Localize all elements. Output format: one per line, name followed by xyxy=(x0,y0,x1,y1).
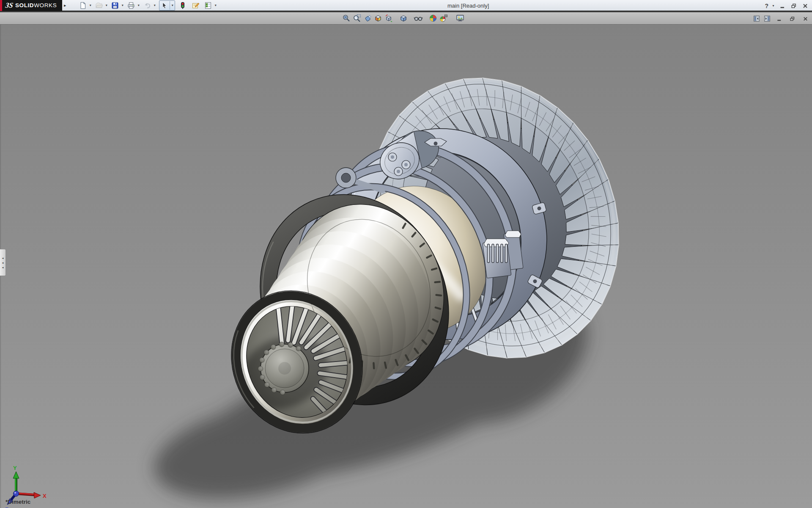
view-orientation-label: *Dimetric xyxy=(5,499,30,505)
select-tool-group: ▾ xyxy=(159,0,175,11)
zoom-to-fit-button[interactable] xyxy=(341,13,351,23)
view-settings-button[interactable] xyxy=(455,13,465,23)
collapse-arrow-icon: ◂ xyxy=(2,257,4,260)
comment-note-icon xyxy=(192,2,200,9)
open-caret[interactable]: ▾ xyxy=(104,3,109,7)
print-caret[interactable]: ▾ xyxy=(136,3,141,7)
design-checker-button[interactable] xyxy=(203,1,213,10)
document-title: main [Read-only] xyxy=(447,3,489,9)
minimize-icon xyxy=(776,16,782,22)
previous-view-button[interactable] xyxy=(362,13,373,23)
logo-mark: 3S xyxy=(5,1,14,10)
featuremanager-flyout-tab[interactable]: ◂ ◂ ◂ xyxy=(0,249,6,276)
viewbar-right-controls xyxy=(753,14,810,24)
previous-view-icon xyxy=(363,14,372,22)
save-caret[interactable]: ▾ xyxy=(120,3,125,7)
comment-button[interactable] xyxy=(190,1,200,10)
close-button[interactable] xyxy=(801,2,810,10)
undo-button[interactable] xyxy=(142,1,152,10)
new-document-button[interactable] xyxy=(78,1,88,10)
hide-show-items-button[interactable] xyxy=(413,13,423,23)
solidworks-window: 3S SOLIDWORKS ▸ ▾ ▾ xyxy=(0,0,812,508)
titlebar: 3S SOLIDWORKS ▸ ▾ ▾ xyxy=(0,0,812,11)
traffic-light-icon xyxy=(179,2,187,9)
eyeglasses-icon xyxy=(414,14,423,22)
svg-text:Z: Z xyxy=(5,506,8,508)
toolbar-separator xyxy=(409,13,413,23)
apply-scene-button[interactable] xyxy=(438,13,449,23)
design-checker-caret[interactable]: ▾ xyxy=(213,3,218,7)
view-tools-group xyxy=(341,13,465,23)
view-settings-icon xyxy=(456,14,464,22)
zoom-to-area-button[interactable] xyxy=(351,13,362,23)
zoom-to-area-icon xyxy=(353,14,361,22)
collapse-right-pane-button[interactable] xyxy=(764,14,771,24)
menu-flyout-arrow-icon[interactable]: ▸ xyxy=(64,3,66,8)
new-document-icon xyxy=(79,2,87,9)
edit-appearance-button[interactable] xyxy=(428,13,438,23)
apply-scene-icon xyxy=(439,14,448,22)
new-document-caret[interactable]: ▾ xyxy=(88,3,93,7)
minimize-icon xyxy=(779,3,785,9)
titlebar-right-controls: ? ▾ xyxy=(764,0,810,11)
collapse-arrow-icon: ◂ xyxy=(2,266,4,269)
select-caret-box[interactable]: ▾ xyxy=(170,1,175,10)
select-button[interactable] xyxy=(159,1,170,10)
zoom-to-fit-icon xyxy=(342,14,351,22)
close-icon xyxy=(803,16,808,22)
display-style-icon xyxy=(399,14,408,22)
standard-toolbar: ▾ ▾ xyxy=(78,0,219,11)
open-button[interactable] xyxy=(94,1,104,10)
print-icon xyxy=(127,2,135,9)
triad-y-axis: Y xyxy=(13,465,19,494)
close-icon xyxy=(802,3,808,9)
section-view-icon xyxy=(374,14,382,22)
toolbar-separator xyxy=(394,13,398,23)
restore-icon xyxy=(791,3,797,9)
view-orientation-button[interactable] xyxy=(383,13,394,23)
panel-toggle-left-icon xyxy=(754,16,760,22)
checklist-icon xyxy=(204,2,212,9)
help-caret[interactable]: ▾ xyxy=(771,4,776,8)
toolbar-separator xyxy=(449,13,455,23)
logo-red-stripe xyxy=(0,0,2,11)
restore-button[interactable] xyxy=(789,2,798,10)
document-minimize-button[interactable] xyxy=(774,14,784,23)
print-button[interactable] xyxy=(126,1,136,10)
document-restore-button[interactable] xyxy=(787,14,797,23)
save-button[interactable] xyxy=(110,1,120,10)
triad-x-axis: X xyxy=(16,492,47,499)
collapse-arrow-icon: ◂ xyxy=(2,261,4,264)
save-icon xyxy=(111,2,119,9)
display-states-button[interactable] xyxy=(178,1,188,10)
restore-icon xyxy=(790,16,795,22)
svg-text:X: X xyxy=(43,493,47,499)
view-orientation-icon xyxy=(384,14,393,22)
help-button[interactable]: ? xyxy=(764,3,769,9)
toolbar-separator xyxy=(423,13,428,23)
document-close-button[interactable] xyxy=(801,14,810,23)
svg-text:Y: Y xyxy=(13,465,17,471)
select-cursor-icon xyxy=(161,2,168,9)
brand-name: SOLIDWORKS xyxy=(15,2,57,8)
section-view-button[interactable] xyxy=(373,13,383,23)
panel-toggle-right-icon xyxy=(764,16,770,22)
solidworks-logo: 3S SOLIDWORKS xyxy=(0,0,62,11)
collapse-left-pane-button[interactable] xyxy=(753,14,760,24)
appearance-sphere-icon xyxy=(429,14,437,22)
select-caret: ▾ xyxy=(170,3,175,7)
heads-up-view-toolbar xyxy=(0,12,812,25)
display-style-button[interactable] xyxy=(398,13,409,23)
undo-icon xyxy=(143,2,151,9)
jet-engine-3d-model[interactable] xyxy=(0,25,812,508)
undo-caret[interactable]: ▾ xyxy=(152,3,157,7)
open-folder-icon xyxy=(95,2,103,9)
minimize-button[interactable] xyxy=(778,2,787,10)
graphics-area[interactable]: ◂ ◂ ◂ Y X Z xyxy=(0,25,812,508)
